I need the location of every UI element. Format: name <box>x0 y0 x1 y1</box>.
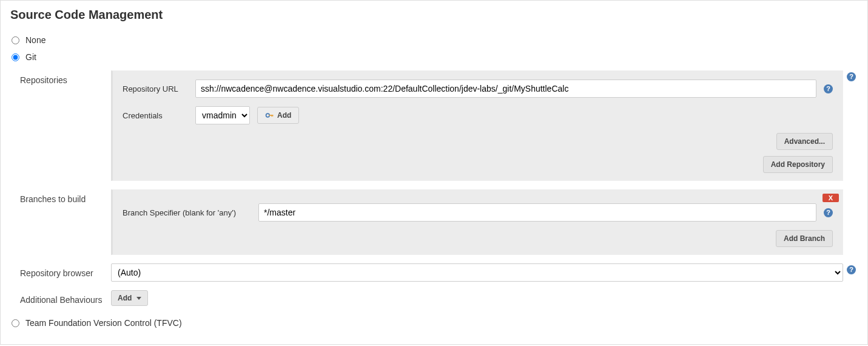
help-icon[interactable]: ? <box>847 265 856 274</box>
add-behaviour-button[interactable]: Add <box>111 290 148 306</box>
section-title: Source Code Management <box>10 8 860 22</box>
svg-point-0 <box>266 114 270 117</box>
repositories-label: Repositories <box>20 70 111 85</box>
scm-option-none-row: None <box>8 32 860 49</box>
advanced-button[interactable]: Advanced... <box>776 133 833 150</box>
scm-label-git: Git <box>25 52 36 62</box>
scm-label-tfvc: Team Foundation Version Control (TFVC) <box>25 318 182 328</box>
add-behaviour-label: Add <box>118 294 132 302</box>
repo-browser-select[interactable]: (Auto) <box>111 263 843 282</box>
scm-label-none: None <box>25 35 45 45</box>
additional-behaviours-label: Additional Behaviours <box>20 290 111 305</box>
key-icon <box>265 111 274 120</box>
credentials-select[interactable]: vmadmin <box>195 106 250 124</box>
scm-radio-tfvc[interactable] <box>12 319 19 327</box>
branch-specifier-label: Branch Specifier (blank for 'any') <box>123 208 251 217</box>
help-icon[interactable]: ? <box>824 208 833 217</box>
branch-panel: X Branch Specifier (blank for 'any') ? A… <box>111 189 843 255</box>
repository-panel: Repository URL ? Credentials vmadmin <box>111 70 843 181</box>
repo-browser-label: Repository browser <box>20 263 111 278</box>
add-credentials-button[interactable]: Add <box>257 107 299 124</box>
scm-option-tfvc-row: Team Foundation Version Control (TFVC) <box>8 314 860 331</box>
help-icon[interactable]: ? <box>824 84 833 93</box>
branches-label: Branches to build <box>20 189 111 204</box>
scm-option-git-row: Git <box>8 49 860 66</box>
credentials-label: Credentials <box>123 111 188 120</box>
scm-radio-none[interactable] <box>12 36 19 44</box>
repo-url-label: Repository URL <box>123 84 188 93</box>
add-repository-button[interactable]: Add Repository <box>763 156 833 173</box>
svg-rect-3 <box>272 115 273 116</box>
repo-url-input[interactable] <box>195 80 816 98</box>
help-icon[interactable]: ? <box>847 72 856 81</box>
scm-radio-git[interactable] <box>12 53 19 61</box>
branch-specifier-input[interactable] <box>258 203 816 222</box>
add-branch-button[interactable]: Add Branch <box>776 230 833 247</box>
add-credentials-label: Add <box>277 111 291 120</box>
chevron-down-icon <box>136 297 141 300</box>
delete-branch-button[interactable]: X <box>823 194 839 202</box>
svg-rect-2 <box>272 115 272 117</box>
